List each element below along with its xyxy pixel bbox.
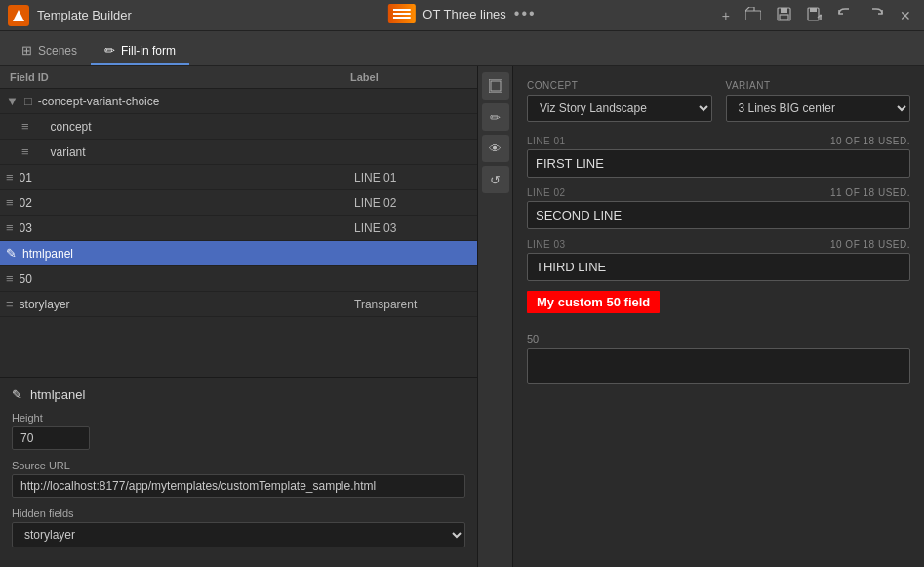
saveas-button[interactable] [802, 5, 826, 26]
field-table-header: Field ID Label [0, 66, 477, 89]
field-row-concept-variant[interactable]: ▼ □ -concept-variant-choice [0, 89, 477, 114]
sidebar-btn-preview[interactable]: 👁 [482, 135, 509, 162]
hidden-fields-select[interactable]: storylayer [12, 522, 465, 547]
right-panel: ✏ 👁 ↺ Concept Viz Story Landscape Varian… [478, 66, 924, 567]
svg-rect-14 [491, 81, 501, 91]
lines-icon-02: ≡ [6, 195, 14, 210]
tab-fill-in-form[interactable]: ✏ Fill-in form [91, 37, 189, 65]
concept-group: Concept Viz Story Landscape [527, 80, 712, 122]
edit-icon-htmlpanel: ✎ [6, 246, 17, 261]
concept-select[interactable]: Viz Story Landscape [527, 95, 712, 122]
source-url-label: Source URL [12, 460, 465, 471]
concept-label: Concept [527, 80, 712, 91]
line02-id: LINE 02 [527, 187, 566, 198]
variant-group: Variant 3 Lines BIG center [726, 80, 911, 122]
titlebar: Template Builder + ✕ OT Three lines ••• [0, 0, 924, 31]
hidden-fields-label: Hidden fields [12, 507, 465, 519]
line03-input[interactable] [527, 253, 910, 281]
sidebar-btn-edit[interactable]: ✏ [482, 103, 509, 131]
field-row-variant[interactable]: ≡ variant [0, 140, 477, 165]
svg-rect-11 [392, 13, 410, 15]
line03-section: LINE 03 10 of 18 used. [527, 239, 910, 281]
line01-used: 10 of 18 used. [830, 136, 910, 146]
new-button[interactable]: + [717, 6, 735, 25]
sidebar-btn-refresh[interactable]: ↺ [482, 166, 509, 193]
field-row-concept[interactable]: ≡ concept [0, 114, 477, 140]
expand-icon: ▼ [6, 94, 19, 108]
line03-id: LINE 03 [527, 239, 566, 250]
svg-rect-3 [781, 8, 787, 13]
ot-title: OT Three lines [422, 7, 506, 21]
sidebar-icons: ✏ 👁 ↺ [478, 66, 513, 567]
variant-select[interactable]: 3 Lines BIG center [726, 95, 911, 122]
undo-button[interactable] [832, 5, 858, 25]
svg-rect-12 [392, 17, 410, 19]
svg-marker-0 [13, 10, 24, 21]
close-button[interactable]: ✕ [895, 6, 916, 25]
line02-used: 11 of 18 used. [830, 187, 910, 198]
field-row-03[interactable]: ≡ 03 LINE 03 [0, 216, 477, 241]
tabs-bar: ⊞ Scenes ✏ Fill-in form [0, 31, 924, 66]
variant-label: Variant [726, 80, 911, 91]
svg-rect-4 [780, 15, 788, 20]
field-label-02: LINE 02 [354, 196, 471, 210]
height-input[interactable] [12, 426, 90, 450]
lines-icon-03: ≡ [6, 221, 14, 235]
field50-input[interactable] [527, 348, 910, 384]
field-name-concept: concept [51, 120, 354, 134]
field-row-02[interactable]: ≡ 02 LINE 02 [0, 190, 477, 216]
field50-section: 50 [527, 333, 910, 384]
line01-section: LINE 01 10 of 18 used. [527, 136, 910, 178]
svg-rect-6 [810, 8, 817, 12]
line02-input[interactable] [527, 201, 910, 229]
field-name-cvg: -concept-variant-choice [38, 95, 354, 108]
field-id-header: Field ID [10, 71, 350, 83]
open-button[interactable] [741, 5, 766, 25]
field-row-htmlpanel[interactable]: ✎ htmlpanel [0, 241, 477, 266]
field-row-storylayer[interactable]: ≡ storylayer Transparent [0, 292, 477, 317]
line01-input[interactable] [527, 149, 910, 178]
lines-icon-concept: ≡ [21, 119, 29, 134]
group-icon: □ [24, 94, 32, 108]
panel-title-row: ✎ htmlpanel [12, 387, 465, 402]
field-label-storylayer: Transparent [354, 298, 471, 311]
panel-title-text: htmlpanel [30, 387, 85, 402]
field-name-htmlpanel: htmlpanel [22, 247, 354, 261]
sidebar-btn-layout[interactable] [482, 72, 509, 100]
tab-scenes-label: Scenes [38, 44, 77, 58]
field-label-03: LINE 03 [354, 222, 471, 235]
scenes-icon: ⊞ [21, 43, 32, 58]
custom-field-banner: My custom 50 field [527, 291, 660, 313]
field50-label: 50 [527, 333, 910, 344]
tab-fill-in-label: Fill-in form [121, 44, 176, 58]
lines-icon-01: ≡ [6, 170, 14, 184]
ot-icon [387, 4, 415, 23]
line02-section: LINE 02 11 of 18 used. [527, 187, 910, 229]
height-label: Height [12, 412, 465, 424]
svg-rect-1 [745, 11, 761, 20]
source-url-input[interactable] [12, 474, 465, 498]
field-label-01: LINE 01 [354, 171, 471, 184]
label-header: Label [350, 71, 467, 83]
bottom-panel: ✎ htmlpanel Height Source URL Hidden fie… [0, 377, 477, 567]
line03-header: LINE 03 10 of 18 used. [527, 239, 910, 250]
line02-header: LINE 02 11 of 18 used. [527, 187, 910, 198]
tab-scenes[interactable]: ⊞ Scenes [8, 37, 91, 65]
source-url-group: Source URL [12, 460, 465, 498]
field-name-50: 50 [20, 272, 354, 286]
line01-header: LINE 01 10 of 18 used. [527, 136, 910, 146]
field-row-50[interactable]: ≡ 50 [0, 266, 477, 292]
field-row-01[interactable]: ≡ 01 LINE 01 [0, 165, 477, 190]
concept-variant-row: Concept Viz Story Landscape Variant 3 Li… [527, 80, 910, 122]
left-panel: Field ID Label ▼ □ -concept-variant-choi… [0, 66, 478, 567]
lines-icon-storylayer: ≡ [6, 297, 14, 311]
field-list: ▼ □ -concept-variant-choice ≡ concept ≡ … [0, 89, 477, 377]
save-button[interactable] [772, 5, 796, 26]
line01-id: LINE 01 [527, 136, 566, 146]
redo-button[interactable] [864, 5, 889, 25]
field-name-storylayer: storylayer [20, 298, 354, 311]
lines-icon-variant: ≡ [21, 144, 29, 159]
panel-title-icon: ✎ [12, 387, 22, 402]
app-icon [8, 5, 29, 26]
more-options-button[interactable]: ••• [514, 5, 537, 22]
